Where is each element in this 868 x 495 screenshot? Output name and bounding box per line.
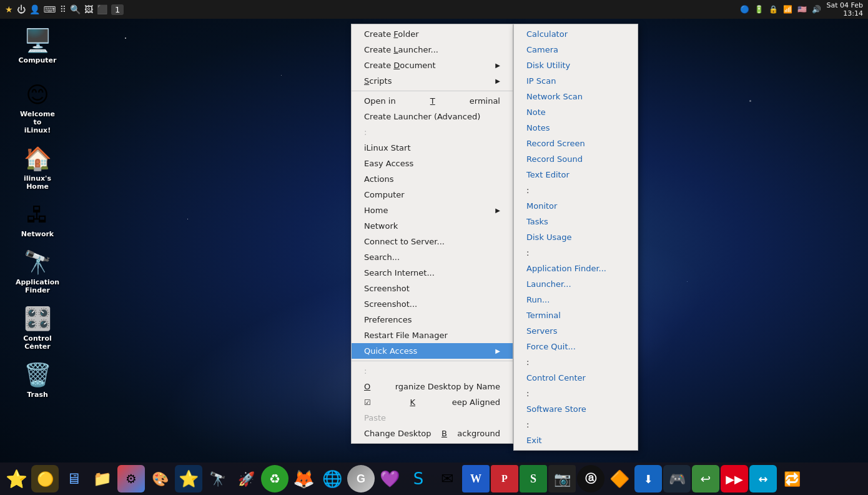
dock-colors[interactable]: 🎨: [146, 465, 174, 492]
menu-create-launcher[interactable]: Create Launcher...: [352, 42, 513, 58]
user-icon[interactable]: 👤: [29, 4, 40, 14]
desktop-icon-appfinder[interactable]: 🔭 ApplicationFinder: [12, 247, 62, 297]
battery-icon[interactable]: 🔋: [754, 5, 764, 14]
sub-terminal[interactable]: Terminal: [514, 308, 638, 323]
menu-change-bg[interactable]: Change Desktop Background: [352, 426, 513, 441]
desktop-icon-trash[interactable]: 🗑️ Trash: [12, 359, 62, 401]
dock-screen[interactable]: 🖥: [60, 465, 87, 492]
dock-recycle2[interactable]: 🔁: [778, 465, 806, 492]
sub-text-editor[interactable]: Text Editor: [514, 167, 638, 182]
sub-tasks[interactable]: Tasks: [514, 214, 638, 229]
signal-icon[interactable]: 📶: [783, 5, 792, 14]
menu-computer[interactable]: Computer: [352, 187, 513, 202]
desktop-icon-computer[interactable]: 🖥️ Computer: [12, 25, 62, 67]
sub-software-store[interactable]: Software Store: [514, 401, 638, 417]
menu-open-terminal[interactable]: Open in Terminal: [352, 93, 513, 109]
dock-vlc[interactable]: 🔶: [606, 465, 633, 492]
menu-organize[interactable]: Organize Desktop by Name: [352, 379, 513, 394]
menu-restart-fm[interactable]: Restart File Manager: [352, 328, 513, 343]
dock-star2[interactable]: ⭐: [175, 465, 202, 492]
dock-viber[interactable]: 💜: [376, 465, 403, 492]
dock-teamviewer[interactable]: ↔: [749, 465, 777, 492]
menu-preferences[interactable]: Preferences: [352, 312, 513, 328]
menu-actions[interactable]: Actions: [352, 171, 513, 187]
dock-binoculars[interactable]: 🔭: [204, 465, 231, 492]
top-panel: ★ ⏻ 👤 ⌨ ⠿ 🔍 🖼 ⬛ 1 🔵 🔋 🔒 📶 🇺🇸 🔊 Sat 04 Fe…: [0, 0, 868, 19]
volume-icon[interactable]: 🔊: [812, 5, 821, 14]
sub-colon-1: :: [514, 182, 638, 198]
star-icon[interactable]: ★: [5, 4, 13, 14]
sub-app-finder[interactable]: Application Finder...: [514, 261, 638, 276]
dock-word[interactable]: W: [462, 465, 490, 492]
dock-rocket[interactable]: 🚀: [232, 465, 260, 492]
menu-network[interactable]: Network: [352, 218, 513, 234]
sub-run[interactable]: Run...: [514, 292, 638, 308]
menu-scripts[interactable]: Scripts▶: [352, 73, 513, 89]
context-menu: Create Folder Create Launcher... Create …: [351, 24, 513, 444]
sub-disk-utility[interactable]: Disk Utility: [514, 58, 638, 73]
dock-sheets[interactable]: S: [520, 465, 547, 492]
dock-star[interactable]: ⭐: [2, 465, 30, 492]
dock-anydesk[interactable]: ▶▶: [721, 465, 748, 492]
desktop-icon-controlcenter[interactable]: 🎛️ Control Center: [12, 303, 62, 353]
menu-create-launcher-adv[interactable]: Create Launcher (Advanced): [352, 109, 513, 124]
dock-video[interactable]: 📷: [548, 465, 576, 492]
dock-mail[interactable]: ✉️: [433, 465, 461, 492]
desktop[interactable]: ★ ⏻ 👤 ⌨ ⠿ 🔍 🖼 ⬛ 1 🔵 🔋 🔒 📶 🇺🇸 🔊 Sat 04 Fe…: [0, 0, 868, 495]
dock-qbittorrent[interactable]: ⬇: [634, 465, 662, 492]
menu-connect-server[interactable]: Connect to Server...: [352, 234, 513, 249]
menu-quick-access[interactable]: Quick Access▶: [352, 343, 513, 359]
menu-screenshot[interactable]: Screenshot: [352, 281, 513, 296]
dock-amule[interactable]: ⓐ: [577, 465, 604, 492]
search-icon[interactable]: 🔍: [70, 4, 81, 14]
screenshot-panel-icon[interactable]: 🖼: [84, 4, 93, 14]
grid-icon[interactable]: ⠿: [60, 4, 66, 14]
sub-disk-usage[interactable]: Disk Usage: [514, 229, 638, 245]
sub-launcher[interactable]: Launcher...: [514, 276, 638, 292]
sub-exit[interactable]: Exit: [514, 432, 638, 448]
menu-home[interactable]: Home▶: [352, 202, 513, 218]
bluetooth-icon[interactable]: 🔵: [740, 5, 749, 14]
menu-keep-aligned[interactable]: ☑Keep Aligned: [352, 394, 513, 410]
dock-recycle[interactable]: ♻: [261, 465, 289, 492]
panel-right: 🔵 🔋 🔒 📶 🇺🇸 🔊 Sat 04 Feb 13:14: [740, 1, 863, 18]
dock-steam[interactable]: 🎮: [663, 465, 691, 492]
sub-note[interactable]: Note: [514, 104, 638, 120]
dock-firefox[interactable]: 🦊: [290, 465, 317, 492]
keyboard-icon[interactable]: ⌨: [44, 4, 56, 14]
sub-monitor[interactable]: Monitor: [514, 198, 638, 214]
menu-search-internet[interactable]: Search Internet...: [352, 265, 513, 281]
dock-skype[interactable]: S: [405, 465, 432, 492]
workspace-number[interactable]: 1: [111, 4, 124, 15]
sub-calculator[interactable]: Calculator: [514, 26, 638, 42]
menu-search[interactable]: Search...: [352, 249, 513, 265]
dock-appgrid[interactable]: 🟡: [31, 465, 59, 492]
dock-gp[interactable]: G: [347, 465, 375, 492]
desktop-icon-welcome[interactable]: 😊 Welcome toiLinux!: [12, 79, 62, 137]
screenrec-icon[interactable]: ⬛: [97, 4, 107, 14]
menu-create-folder[interactable]: Create Folder: [352, 26, 513, 42]
menu-create-document[interactable]: Create Document▶: [352, 58, 513, 73]
desktop-icon-home[interactable]: 🏠 ilinux's Home: [12, 143, 62, 193]
dock-settings[interactable]: ⚙: [117, 465, 145, 492]
dock-files[interactable]: 📁: [89, 465, 116, 492]
dock-chrome[interactable]: 🌐: [318, 465, 346, 492]
sub-camera[interactable]: Camera: [514, 42, 638, 58]
sub-network-scan[interactable]: Network Scan: [514, 89, 638, 104]
menu-screenshot-dot[interactable]: Screenshot...: [352, 296, 513, 312]
sub-servers[interactable]: Servers: [514, 323, 638, 339]
lock-icon[interactable]: 🔒: [769, 5, 778, 14]
desktop-icon-network[interactable]: 🖧 Network: [12, 199, 62, 241]
sub-notes[interactable]: Notes: [514, 120, 638, 136]
menu-ilinux-start[interactable]: iLinux Start: [352, 140, 513, 156]
sub-ip-scan[interactable]: IP Scan: [514, 73, 638, 89]
flag-icon[interactable]: 🇺🇸: [797, 5, 807, 14]
sub-control-center[interactable]: Control Center: [514, 370, 638, 386]
power-icon[interactable]: ⏻: [17, 4, 26, 14]
sub-force-quit[interactable]: Force Quit...: [514, 339, 638, 354]
menu-easy-access[interactable]: Easy Access: [352, 156, 513, 171]
dock-wps[interactable]: P: [491, 465, 518, 492]
sub-record-sound[interactable]: Record Sound: [514, 151, 638, 167]
sub-record-screen[interactable]: Record Screen: [514, 136, 638, 151]
dock-back[interactable]: ↩: [692, 465, 719, 492]
